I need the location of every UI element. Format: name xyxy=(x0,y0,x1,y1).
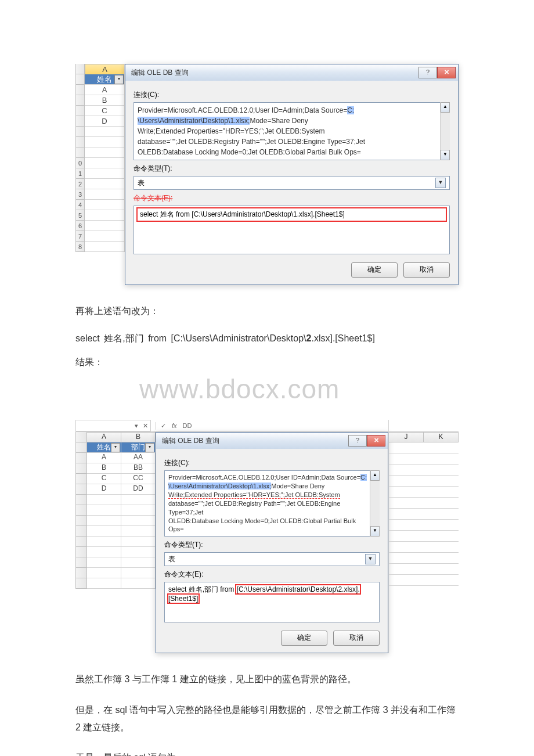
table-header-name[interactable]: 姓名 ▾ xyxy=(85,74,125,85)
cancel-button[interactable]: 取消 xyxy=(403,262,450,278)
row-header xyxy=(75,95,85,106)
conn-hl: \Users\Administrator\Desktop\1.xlsx; xyxy=(168,483,271,489)
row-header: 7 xyxy=(75,231,85,242)
cell[interactable] xyxy=(121,526,156,537)
cmdtext-label: 命令文本(E): xyxy=(164,570,380,579)
cell[interactable]: AA xyxy=(121,453,156,463)
name-box[interactable]: ▾✕ xyxy=(75,420,151,431)
connection-textarea[interactable]: Provider=Microsoft.ACE.OLEDB.12.0;User I… xyxy=(134,102,450,160)
cell[interactable] xyxy=(85,200,125,210)
col-header-b[interactable]: B xyxy=(121,432,156,442)
cell[interactable] xyxy=(85,242,125,252)
formula-bar[interactable]: ✓ fx DD xyxy=(156,422,196,430)
cell[interactable] xyxy=(85,179,125,189)
conn-text: Mode=Share Deny xyxy=(271,483,324,489)
cell[interactable] xyxy=(121,516,156,526)
cell[interactable]: D xyxy=(85,116,125,127)
cell[interactable] xyxy=(121,578,156,589)
conn-text: Provider=Microsoft.ACE.OLEDB.12.0;User I… xyxy=(138,106,347,114)
cell[interactable]: A xyxy=(87,453,121,463)
cell[interactable]: B xyxy=(85,95,125,106)
chevron-down-icon[interactable]: ▼ xyxy=(365,554,376,564)
scrollbar[interactable]: ▲ ▼ xyxy=(440,102,450,160)
col-header-a[interactable]: A xyxy=(87,432,121,442)
code-post: .xlsx].[Sheet1$] xyxy=(311,333,374,343)
cell[interactable]: DD xyxy=(121,484,156,495)
dialog-titlebar[interactable]: 编辑 OLE DB 查询 ? ✕ xyxy=(125,64,458,81)
cell[interactable] xyxy=(121,495,156,505)
cmdtype-combo[interactable]: 表 ▼ xyxy=(164,552,380,566)
cell[interactable] xyxy=(121,505,156,516)
scrollbar[interactable]: ▲ ▼ xyxy=(370,470,380,537)
cell[interactable] xyxy=(85,168,125,179)
cell[interactable]: C xyxy=(87,474,121,484)
col-header-j[interactable]: J xyxy=(389,432,424,442)
row-header xyxy=(75,474,87,484)
cell[interactable]: BB xyxy=(121,463,156,474)
col-header-a[interactable]: A xyxy=(85,64,125,75)
scroll-down-icon[interactable]: ▼ xyxy=(441,150,450,160)
cell[interactable]: C xyxy=(85,106,125,116)
cmdtext-textbox[interactable]: select 姓名 from [C:\Users\Administrator\D… xyxy=(134,206,450,254)
cell[interactable] xyxy=(121,537,156,547)
cell[interactable]: A xyxy=(85,85,125,95)
cell[interactable] xyxy=(87,557,121,568)
cell[interactable] xyxy=(85,231,125,242)
cancel-button[interactable]: 取消 xyxy=(333,631,380,646)
cell[interactable]: B xyxy=(87,463,121,474)
fx-icon[interactable]: fx xyxy=(172,422,177,429)
ok-button[interactable]: 确定 xyxy=(281,631,327,646)
cell[interactable] xyxy=(85,210,125,221)
cell[interactable] xyxy=(87,495,121,505)
cell[interactable] xyxy=(85,127,125,137)
corner-cell xyxy=(75,432,87,442)
header-text: 姓名 xyxy=(97,75,112,84)
cell[interactable] xyxy=(85,137,125,147)
cell[interactable] xyxy=(87,578,121,589)
cell[interactable] xyxy=(87,516,121,526)
table-header-name[interactable]: 姓名 ▾ xyxy=(87,442,121,453)
conn-text: OLEDB:Database Locking Mode=0;Jet OLEDB:… xyxy=(168,517,356,533)
col-header-k[interactable]: K xyxy=(424,432,459,442)
cell[interactable] xyxy=(85,221,125,231)
cmdtype-label: 命令类型(T): xyxy=(134,164,450,174)
table-header-dept[interactable]: 部门 ▾ xyxy=(121,442,156,453)
connection-textarea[interactable]: Provider=Microsoft.ACE.OLEDB.12.0;User I… xyxy=(164,470,380,537)
scroll-down-icon[interactable]: ▼ xyxy=(370,526,380,537)
cell[interactable] xyxy=(87,537,121,547)
cell[interactable] xyxy=(87,547,121,557)
formula-value: DD xyxy=(183,422,192,429)
cell[interactable] xyxy=(85,189,125,200)
filter-icon[interactable]: ▾ xyxy=(111,443,120,452)
paragraph: 虽然工作簿 3 与工作簿 1 建立的链接，见上图中的蓝色背景的路径。 xyxy=(75,671,459,688)
cmdtype-combo[interactable]: 表 ▼ xyxy=(134,176,450,190)
filter-icon[interactable]: ▾ xyxy=(114,75,124,84)
row-header: 6 xyxy=(75,221,85,231)
excel-strip-1: A 姓名 ▾ A B C D 0 1 2 3 4 5 6 7 8 xyxy=(75,64,125,285)
check-icon[interactable]: ✓ xyxy=(161,422,166,430)
filter-icon[interactable]: ▾ xyxy=(145,443,154,452)
dialog-titlebar[interactable]: 编辑 OLE DB 查询 ? ✕ xyxy=(156,433,388,449)
close-button[interactable]: ✕ xyxy=(437,67,456,78)
paragraph: 于是，最后的 sql 语句为： xyxy=(75,749,459,756)
scroll-up-icon[interactable]: ▲ xyxy=(370,470,380,481)
cell[interactable] xyxy=(121,568,156,578)
cmdtext-textbox[interactable]: select 姓名,部门 from [C:\Users\Administrato… xyxy=(164,582,380,622)
cell[interactable] xyxy=(121,557,156,568)
cell[interactable] xyxy=(87,505,121,516)
conn-text: OLEDB:Database Locking Mode=0;Jet OLEDB:… xyxy=(138,148,361,156)
scroll-up-icon[interactable]: ▲ xyxy=(441,102,450,113)
cell[interactable]: CC xyxy=(121,474,156,484)
cell[interactable] xyxy=(85,158,125,168)
close-button[interactable]: ✕ xyxy=(367,435,385,447)
row-header xyxy=(75,137,85,147)
help-button[interactable]: ? xyxy=(418,67,437,78)
ok-button[interactable]: 确定 xyxy=(351,262,398,278)
cell[interactable] xyxy=(87,568,121,578)
cell[interactable] xyxy=(85,147,125,158)
cell[interactable] xyxy=(121,547,156,557)
help-button[interactable]: ? xyxy=(348,435,367,447)
cell[interactable] xyxy=(87,526,121,537)
chevron-down-icon[interactable]: ▼ xyxy=(435,178,446,188)
cell[interactable]: D xyxy=(87,484,121,495)
